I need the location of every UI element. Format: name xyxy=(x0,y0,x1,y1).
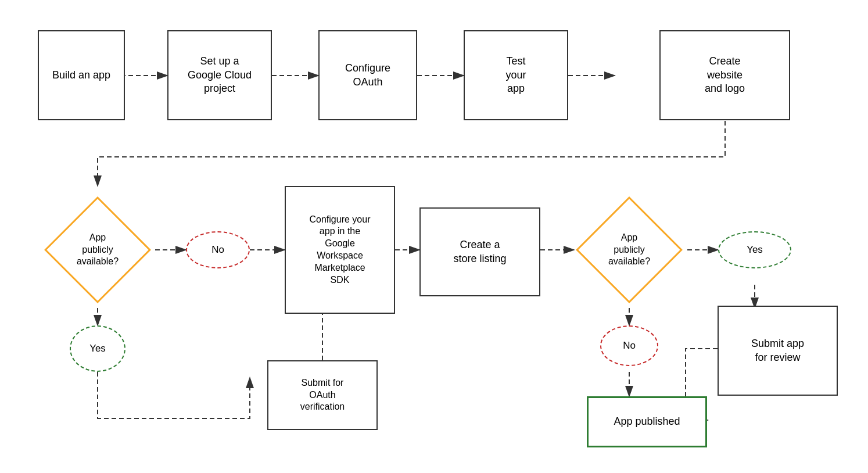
configure-oauth-box: Configure OAuth xyxy=(318,30,417,120)
diamond1-container: App publicly available? xyxy=(40,192,156,308)
configure-workspace-box: Configure your app in the Google Workspa… xyxy=(285,186,395,314)
create-website-box: Create website and logo xyxy=(659,30,790,120)
create-store-box: Create a store listing xyxy=(419,207,540,296)
yes-oval-2: Yes xyxy=(718,231,791,268)
yes-oval-1: Yes xyxy=(70,325,125,372)
diamond2-container: App publicly available? xyxy=(571,192,687,308)
app-published-box: App published xyxy=(587,396,707,447)
diagram: Build an app Set up a Google Cloud proje… xyxy=(0,0,868,473)
no-oval-1: No xyxy=(186,231,250,268)
test-app-box: Test your app xyxy=(464,30,568,120)
no-oval-2: No xyxy=(600,325,658,366)
google-cloud-box: Set up a Google Cloud project xyxy=(167,30,272,120)
submit-review-box: Submit app for review xyxy=(718,306,838,396)
submit-oauth-box: Submit for OAuth verification xyxy=(267,360,378,430)
build-app-box: Build an app xyxy=(38,30,125,120)
